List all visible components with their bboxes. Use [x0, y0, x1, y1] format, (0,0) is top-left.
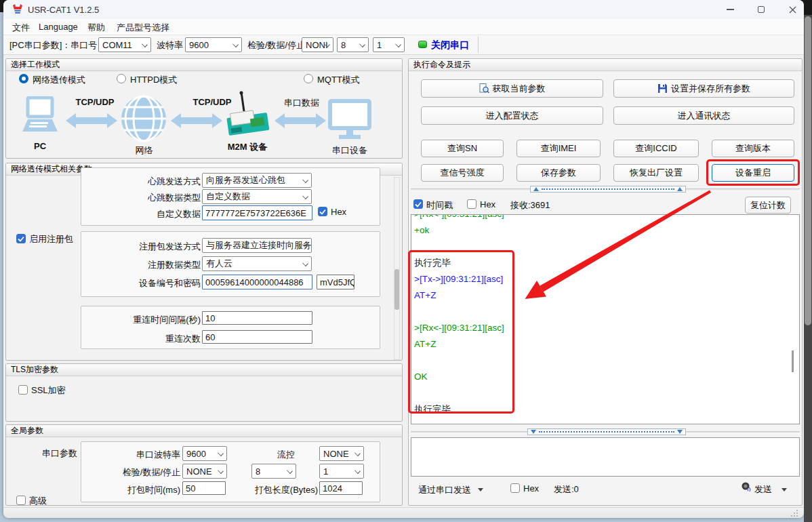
query-signal-button[interactable]: 查信号强度	[421, 164, 504, 182]
log-line: OK	[414, 369, 799, 385]
heartbeat-type-label: 心跳数据类型	[84, 192, 201, 204]
heartbeat-type-select[interactable]: 自定义数据	[202, 189, 312, 204]
advanced-label: 高级	[29, 495, 47, 506]
chevron-down-icon	[142, 41, 148, 47]
heartbeat-send-select[interactable]: 向服务器发送心跳包	[202, 173, 312, 188]
splitter-dots	[539, 431, 674, 433]
log-line: >[Tx->][09:31:21][asc]	[414, 271, 799, 287]
register-send-select[interactable]: 与服务器建立连接时向服务	[202, 238, 312, 253]
radio-mqtt-mode-label: MQTT模式	[317, 74, 360, 86]
log-splitter-handle[interactable]	[530, 186, 686, 193]
serial-device-monitor-icon	[328, 99, 371, 141]
register-type-label: 注册数据类型	[84, 259, 201, 271]
diagram-pc-label: PC	[26, 141, 54, 151]
menu-language[interactable]: Language	[39, 22, 78, 32]
gl-databits-select[interactable]: 8	[251, 464, 296, 479]
chevron-down-icon	[232, 41, 239, 47]
log-hex-checkbox[interactable]	[467, 199, 476, 209]
net-params-scrollbar[interactable]	[394, 177, 400, 360]
factory-reset-button[interactable]: 恢复出厂设置	[613, 164, 699, 182]
enable-register-checkbox[interactable]	[16, 234, 26, 243]
query-iccid-button[interactable]: 查询ICCID	[613, 140, 699, 157]
chevron-down-icon	[354, 468, 361, 474]
pack-len-input[interactable]: 1024	[319, 481, 363, 495]
custom-data-hex-checkbox[interactable]	[318, 207, 327, 216]
work-mode-header: 选择工作模式	[6, 59, 402, 71]
backdrop-scrollbar-thumb[interactable]	[805, 16, 811, 325]
ssl-checkbox[interactable]	[18, 385, 28, 395]
log-line: 执行完毕	[414, 255, 799, 271]
baud-select[interactable]: 9600	[185, 37, 242, 52]
stopbits-select[interactable]: 1	[373, 37, 405, 52]
log-line: 执行完毕	[414, 401, 799, 418]
send-hex-label: Hex	[523, 483, 539, 494]
timestamp-checkbox[interactable]	[413, 199, 423, 209]
close-serial-button[interactable]: 关闭串口	[431, 39, 469, 52]
diagram-serial-device-label: 串口设备	[325, 144, 374, 157]
menu-product-select[interactable]: 产品型号选择	[117, 22, 169, 34]
m2m-device-icon	[224, 91, 272, 141]
maximize-button[interactable]	[750, 2, 773, 17]
menu-file[interactable]: 文件	[12, 22, 30, 34]
menu-help[interactable]: 帮助	[87, 22, 105, 34]
radio-net-mode[interactable]	[19, 74, 28, 83]
gl-stopbits-select[interactable]: 1	[319, 464, 364, 479]
minimize-button[interactable]	[718, 2, 742, 17]
window-title: USR-CAT1 V1.2.5	[28, 5, 99, 15]
send-button[interactable]: 发送	[754, 483, 772, 496]
device-id-input[interactable]: 00059614000000044886	[202, 275, 312, 289]
get-current-params-button[interactable]: 获取当前参数	[421, 79, 603, 98]
double-arrow-icon	[275, 112, 326, 129]
device-restart-button[interactable]: 设备重启	[712, 164, 794, 182]
query-sn-button[interactable]: 查询SN	[421, 140, 504, 157]
pc-icon	[17, 96, 62, 140]
databits-select[interactable]: 8	[337, 37, 369, 52]
custom-data-label: 自定义数据	[84, 208, 201, 220]
set-save-all-params-button[interactable]: 设置并保存所有参数	[613, 79, 794, 98]
chevron-down-icon	[218, 450, 224, 456]
close-button[interactable]	[781, 2, 804, 17]
enter-comm-state-button[interactable]: 进入通讯状态	[613, 106, 794, 125]
net-params-scrollbar-thumb[interactable]	[394, 269, 399, 310]
diagram-device-label: M2M 设备	[222, 141, 273, 153]
send-hex-checkbox[interactable]	[510, 483, 520, 493]
log-scrollbar-thumb[interactable]	[792, 350, 794, 372]
device-id-label: 设备编号和密码	[84, 277, 201, 289]
resize-grip-icon[interactable]	[790, 509, 798, 517]
query-imei-button[interactable]: 查询IMEI	[516, 140, 601, 157]
command-panel-header: 执行命令及提示	[409, 59, 802, 71]
toolbar: [PC串口参数]：串口号 COM11 波特率 9600 检验/数据/停止 NON…	[3, 35, 804, 55]
query-version-button[interactable]: 查询版本	[712, 140, 794, 157]
com-port-select[interactable]: COM11	[98, 37, 151, 52]
splitter-dots	[542, 188, 674, 190]
tls-header: TLS加密参数	[6, 364, 402, 376]
save-params-button[interactable]: 保存参数	[516, 164, 601, 182]
gl-baud-label: 串口波特率	[87, 449, 180, 461]
parity-select[interactable]: NONI	[302, 37, 333, 52]
custom-data-input[interactable]: 7777772E7573722E636E	[202, 205, 312, 220]
reset-count-button[interactable]: 复位计数	[745, 197, 791, 214]
close-icon	[789, 6, 796, 14]
gl-parity-select[interactable]: NONE	[182, 464, 227, 479]
device-password-input[interactable]: mVd5JfQ	[317, 275, 354, 289]
send-input-area[interactable]	[411, 437, 800, 477]
search-file-icon	[479, 83, 489, 94]
log-line	[414, 239, 799, 255]
send-splitter-handle[interactable]	[527, 428, 686, 435]
radio-httpd-mode[interactable]	[117, 74, 126, 83]
gl-flow-select[interactable]: NONE	[319, 446, 364, 461]
pack-time-input[interactable]: 50	[182, 481, 226, 495]
log-lines: >[Rx<-][09:31:21][asc]+ok 执行完毕>[Tx->][09…	[414, 214, 799, 418]
log-line: +ok	[414, 222, 799, 239]
advanced-checkbox[interactable]	[16, 496, 26, 505]
enter-config-state-button[interactable]: 进入配置状态	[421, 106, 603, 125]
chevron-down-icon	[218, 468, 224, 474]
send-via-serial-dropdown[interactable]: 通过串口发送	[418, 484, 471, 496]
radio-net-mode-label: 网络透传模式	[33, 74, 85, 86]
register-type-select[interactable]: 有人云	[202, 256, 312, 271]
gl-baud-select[interactable]: 9600	[182, 446, 227, 461]
radio-mqtt-mode[interactable]	[304, 74, 313, 83]
reconnect-count-input[interactable]: 60	[202, 330, 312, 344]
reconnect-interval-input[interactable]: 10	[202, 311, 312, 325]
log-output[interactable]: >[Rx<-][09:31:21][asc]+ok 执行完毕>[Tx->][09…	[411, 214, 800, 424]
